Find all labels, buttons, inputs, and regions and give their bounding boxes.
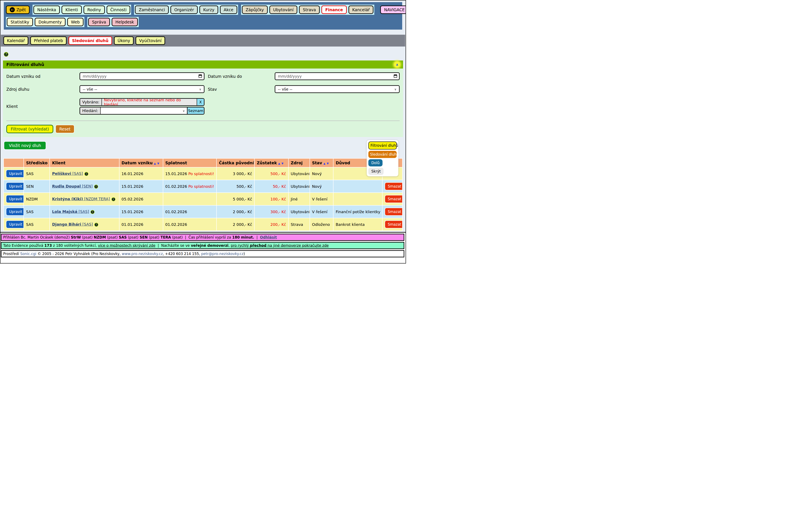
functions-count: 173 [44,244,52,248]
table-row: Upravit SAS Django Bihári [SAS]i 01.01.2… [4,218,402,231]
client-link[interactable]: Rudla Doupal [SEN] [52,184,92,188]
nav-item-nastenka[interactable]: Nástěnka [33,5,60,14]
col-edit [4,159,24,167]
nav-item-finance-active[interactable]: Finance [321,5,347,14]
edit-button[interactable]: Upravit [6,195,24,203]
date-from-input[interactable] [79,72,204,80]
col-klient-label: Klient [52,161,66,165]
info-icon[interactable]: i [94,223,98,227]
filter-panel: Filtrování dluhů ∧ Datum vzniku od Datum… [3,60,403,137]
delete-button[interactable]: Smazat [385,195,402,203]
client-link[interactable]: Kristýna (Kiki) [NZDM TERA] [52,197,110,201]
sort-asc-icon[interactable]: ▲ [154,162,156,165]
filter-submit-button[interactable]: Filtrovat (vyhledat) [6,125,53,133]
delete-button[interactable]: Smazat [385,182,402,190]
sort-desc-icon[interactable]: ▼ [157,162,159,165]
nav-item-strava[interactable]: Strava [299,5,320,14]
col-castka: Částka původní [217,159,254,167]
nav-item-helpdesk[interactable]: Helpdesk [112,18,138,26]
nav-item-web[interactable]: Web [67,18,84,26]
date-to-input[interactable] [275,72,400,80]
nav-item-kancelar[interactable]: Kancelář [348,5,374,14]
col-datum: Datum vzniku▲ ▼ [119,159,163,167]
client-unit: [SAS] [83,222,93,226]
cell-stav: Odloženo [310,218,333,231]
client-link[interactable]: Django Bihári [SAS] [52,222,93,226]
tab-sledovani-dluhu[interactable]: Sledování dluhů [69,36,112,45]
client-link[interactable]: Pelíškovi [SAS] [52,171,83,176]
quicknav-tracking-button[interactable]: Sledování dluhů [368,151,397,158]
client-link[interactable]: Lola Majská [SAS] [52,209,89,214]
tab-kalendar[interactable]: Kalendář [3,36,28,45]
info-icon[interactable]: i [112,197,115,201]
demo-switch-link[interactable]: pro rychlý přechod na jiné demoverze pok… [231,244,329,248]
client-list-button[interactable]: Seznam [187,107,204,114]
quicknav-hide-button[interactable]: Skrýt [368,168,383,175]
tab-prehled-plateb[interactable]: Přehled plateb [30,36,67,45]
quicknav-filter-button[interactable]: Filtrování dluhů [368,142,397,149]
client-selected-value[interactable]: Nevybráno, klikněte na seznam nebo do hl… [102,99,197,105]
nav-item-ubytovani[interactable]: Ubytování [270,5,298,14]
sort-asc-icon[interactable]: ▲ [278,162,280,165]
nav-row-2: Statistiky Dokumenty Web Správa Helpdesk [6,17,400,27]
help-icon[interactable]: ? [4,52,9,57]
sort-desc-icon[interactable]: ▼ [327,162,329,165]
collapse-icon[interactable]: ∧ [394,61,400,68]
sort-asc-icon[interactable]: ▲ [323,162,325,165]
app-frame: ←Zpět Nástěnka Klienti Rodiny Činnosti Z… [0,0,406,233]
client-unit: [SAS] [79,209,89,214]
logout-link[interactable]: Odhlásit [260,235,277,239]
cell-castka: 5 000,- Kč [217,193,254,205]
info-icon[interactable]: i [84,172,88,176]
nav-item-rodiny[interactable]: Rodiny [84,5,105,14]
cell-zustatek: 300,- Kč [255,206,288,218]
cell-stav: Nový [310,180,333,192]
nav-item-klienti[interactable]: Klienti [61,5,82,14]
nav-item-organizer[interactable]: Organizér [171,5,198,14]
client-search-label: Hledání: [80,107,101,114]
tab-ukony[interactable]: Úkony [114,36,134,45]
quicknav-down-button[interactable]: Dolů [368,159,382,166]
client-name: Kristýna (Kiki) [52,197,83,201]
delete-button[interactable]: Smazat [385,208,402,216]
client-name: Lola Majská [52,209,77,214]
info-icon[interactable]: i [94,185,98,189]
navigace-button[interactable]: NAVIGACE [380,5,406,14]
nav-item-zapujcky[interactable]: Zápůjčky [242,5,268,14]
edit-button[interactable]: Upravit [6,220,24,229]
col-stav-label: Stav [312,161,322,165]
nav-item-statistiky[interactable]: Statistiky [7,18,33,26]
nav-item-zamestnanci[interactable]: Zaměstnanci [135,5,169,14]
new-debt-button[interactable]: Vložit nový dluh [4,141,46,150]
edit-button[interactable]: Upravit [6,208,24,216]
info-icon[interactable]: i [90,210,95,214]
delete-button[interactable]: Smazat [385,220,402,229]
client-clear-button[interactable]: X [197,99,204,105]
tab-vyuctovani[interactable]: Vyúčtování [135,36,165,45]
col-splatnost-label: Splatnost [165,161,187,165]
nav-item-sprava[interactable]: Správa [88,18,110,26]
hiding-options-link[interactable]: více o možnostech skrývání zde [98,244,156,248]
edit-button[interactable]: Upravit [6,182,24,190]
calendar-icon[interactable] [199,74,202,78]
table-header-row: Středisko Klient Datum vzniku▲ ▼ Splatno… [4,159,402,167]
email-link[interactable]: petr@pro-neziskovky.cz [201,252,243,256]
back-button[interactable]: ←Zpět [6,5,30,14]
evidence-bar: Tato Evidence používá 173 z 180 voliteln… [1,242,404,249]
status-select[interactable]: -- vše -- ∨ [275,85,400,93]
nav-item-akce[interactable]: Akce [220,5,237,14]
nav-item-kurzy[interactable]: Kurzy [199,5,218,14]
sort-desc-icon[interactable]: ▼ [281,162,284,165]
source-select[interactable]: -- vše -- ∨ [79,85,204,93]
session-bar: Přihlášen Bc. Martin Ocásek (demo2) StrW… [1,234,404,241]
cell-castka: 500,- Kč [217,180,254,192]
edit-button[interactable]: Upravit [6,170,24,178]
nav-item-cinnosti[interactable]: Činnosti [106,5,130,14]
filter-actions: Filtrovat (vyhledat) Reset [6,120,400,133]
client-search-input[interactable] [101,107,187,114]
nav-item-dokumenty[interactable]: Dokumenty [35,18,66,26]
filter-reset-button[interactable]: Reset [55,125,74,133]
sonic-link[interactable]: Sonic.cgi [20,252,36,256]
calendar-icon[interactable] [394,74,397,78]
website-link[interactable]: www.pro-neziskovky.cz [122,252,163,256]
